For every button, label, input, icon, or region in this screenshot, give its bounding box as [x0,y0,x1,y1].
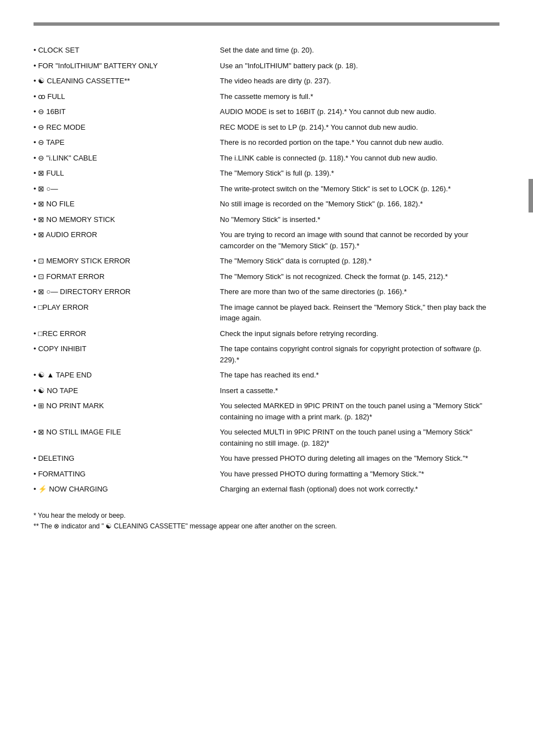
table-row: • ⊠ NO MEMORY STICKNo "Memory Stick" is … [34,212,499,228]
label-cell: • ⊖ REC MODE [34,120,220,135]
table-row: • ⊖ REC MODEREC MODE is set to LP (p. 21… [34,120,499,135]
desc-cell: There is no recorded portion on the tape… [220,135,499,150]
desc-cell: Use an "InfoLITHIUM" battery pack (p. 18… [220,58,499,74]
desc-cell: You have pressed PHOTO during formatting… [220,466,499,482]
desc-cell: The tape has reached its end.* [220,367,499,383]
label-cell: • ⊠ NO FILE [34,196,220,212]
desc-cell: The video heads are dirty (p. 237). [220,73,499,89]
label-cell: • ⊠ NO STILL IMAGE FILE [34,424,220,451]
footnote-1: * You hear the melody or beep. [34,511,499,521]
table-row: • ⊞ NO PRINT MARKYou selected MARKED in … [34,398,499,424]
table-row: • ⊡ MEMORY STICK ERRORThe "Memory Stick"… [34,253,499,269]
table-row: • ⊡ FORMAT ERRORThe "Memory Stick" is no… [34,269,499,285]
right-accent [529,179,533,212]
label-cell: • ⊠ ○— [34,181,220,197]
footnotes: * You hear the melody or beep. ** The ⊗ … [34,511,499,532]
label-cell: • ⊖ "i.LINK" CABLE [34,150,220,166]
desc-cell: The tape contains copyright control sign… [220,341,499,367]
desc-cell: Charging an external flash (optional) do… [220,481,499,497]
label-cell: • ☯ ▲ TAPE END [34,367,220,383]
table-row: • FOR "InfoLITHIUM" BATTERY ONLYUse an "… [34,58,499,74]
desc-cell: AUDIO MODE is set to 16BIT (p. 214).* Yo… [220,104,499,120]
label-cell: • CLOCK SET [34,42,220,58]
label-cell: • COPY INHIBIT [34,341,220,367]
table-row: • FORMATTINGYou have pressed PHOTO durin… [34,466,499,482]
table-row: • ⊠ NO FILENo still image is recorded on… [34,196,499,212]
desc-cell: The "Memory Stick" data is corrupted (p.… [220,253,499,269]
label-cell: • ⊠ ○— DIRECTORY ERROR [34,284,220,300]
desc-cell: The write-protect switch on the "Memory … [220,181,499,197]
table-row: • COPY INHIBITThe tape contains copyrigh… [34,341,499,367]
desc-cell: You selected MULTI in 9PIC PRINT on the … [220,424,499,451]
table-row: • ⊠ ○— DIRECTORY ERRORThere are more tha… [34,284,499,300]
desc-cell: No still image is recorded on the "Memor… [220,196,499,212]
table-row: • ⊖ TAPEThere is no recorded portion on … [34,135,499,150]
label-cell: • ⊡ MEMORY STICK ERROR [34,253,220,269]
label-cell: • ⚡ NOW CHARGING [34,481,220,497]
table-row: • ☯ NO TAPEInsert a cassette.* [34,383,499,399]
table-row: • ⊠ NO STILL IMAGE FILEYou selected MULT… [34,424,499,451]
desc-cell: Set the date and time (p. 20). [220,42,499,58]
desc-cell: REC MODE is set to LP (p. 214).* You can… [220,120,499,135]
desc-cell: You are trying to record an image with s… [220,227,499,253]
desc-cell: There are more than two of the same dire… [220,284,499,300]
label-cell: • FOR "InfoLITHIUM" BATTERY ONLY [34,58,220,74]
table-row: • CLOCK SETSet the date and time (p. 20)… [34,42,499,58]
footnote-2: ** The ⊗ indicator and " ☯ CLEANING CASS… [34,521,499,532]
desc-cell: Insert a cassette.* [220,383,499,399]
top-bar [34,22,499,26]
desc-cell: No "Memory Stick" is inserted.* [220,212,499,228]
table-row: • ⚡ NOW CHARGINGCharging an external fla… [34,481,499,497]
desc-cell: The "Memory Stick" is not recognized. Ch… [220,269,499,285]
label-cell: • ⊠ FULL [34,166,220,181]
desc-cell: The i.LINK cable is connected (p. 118).*… [220,150,499,166]
table-row: • □PLAY ERRORThe image cannot be played … [34,300,499,326]
label-cell: • ⊞ NO PRINT MARK [34,398,220,424]
label-cell: • ⊖ TAPE [34,135,220,150]
label-cell: • ⊠ NO MEMORY STICK [34,212,220,228]
table-row: • ⊖ 16BITAUDIO MODE is set to 16BIT (p. … [34,104,499,120]
table-row: • ꝏ FULLThe cassette memory is full.* [34,89,499,105]
label-cell: • ⊖ 16BIT [34,104,220,120]
desc-cell: The image cannot be played back. Reinser… [220,300,499,326]
desc-cell: The cassette memory is full.* [220,89,499,105]
label-cell: • ☯ CLEANING CASSETTE** [34,73,220,89]
table-row: • ☯ CLEANING CASSETTE**The video heads a… [34,73,499,89]
table-row: • DELETINGYou have pressed PHOTO during … [34,451,499,466]
label-cell: • □REC ERROR [34,326,220,342]
label-cell: • DELETING [34,451,220,466]
label-cell: • ꝏ FULL [34,89,220,105]
label-cell: • □PLAY ERROR [34,300,220,326]
desc-cell: You have pressed PHOTO during deleting a… [220,451,499,466]
desc-cell: You selected MARKED in 9PIC PRINT on the… [220,398,499,424]
label-cell: • FORMATTING [34,466,220,482]
table-row: • ☯ ▲ TAPE ENDThe tape has reached its e… [34,367,499,383]
page: • CLOCK SETSet the date and time (p. 20)… [0,0,533,554]
table-row: • □REC ERRORCheck the input signals befo… [34,326,499,342]
table-row: • ⊠ FULLThe "Memory Stick" is full (p. 1… [34,166,499,181]
table-row: • ⊠ AUDIO ERRORYou are trying to record … [34,227,499,253]
label-cell: • ☯ NO TAPE [34,383,220,399]
content-table: • CLOCK SETSet the date and time (p. 20)… [34,42,499,497]
desc-cell: Check the input signals before retrying … [220,326,499,342]
table-row: • ⊖ "i.LINK" CABLEThe i.LINK cable is co… [34,150,499,166]
label-cell: • ⊠ AUDIO ERROR [34,227,220,253]
table-row: • ⊠ ○—The write-protect switch on the "M… [34,181,499,197]
desc-cell: The "Memory Stick" is full (p. 139).* [220,166,499,181]
label-cell: • ⊡ FORMAT ERROR [34,269,220,285]
